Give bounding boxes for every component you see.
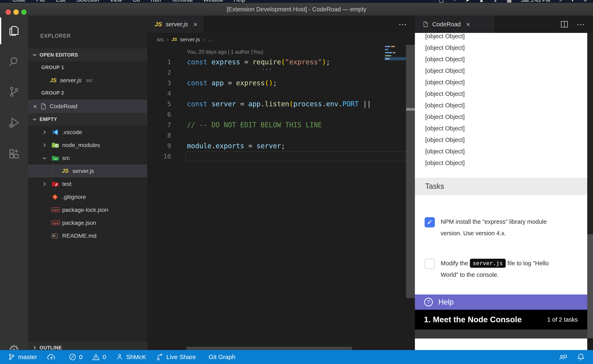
tree-item[interactable]: .gitignore bbox=[28, 190, 147, 203]
tree-item[interactable]: npm package.json bbox=[28, 216, 147, 229]
code-line: 7 // -- DO NOT EDIT BELOW THIS LINE bbox=[147, 120, 415, 130]
explorer-icon[interactable] bbox=[0, 19, 28, 43]
close-icon[interactable]: × bbox=[193, 21, 197, 28]
code-line: 3 const app = express(); bbox=[147, 78, 415, 88]
open-editor-coderoad[interactable]: × CodeRoad bbox=[28, 99, 147, 113]
window-title: [Extension Development Host] - CodeRoad … bbox=[0, 3, 593, 16]
coderoad-webview: [object Object][object Object][object Ob… bbox=[415, 33, 587, 350]
task-text: NPM install the "express" library module… bbox=[441, 216, 547, 239]
person-icon bbox=[116, 353, 123, 361]
open-editors-header[interactable]: OPEN EDITORS bbox=[28, 49, 147, 61]
status-item-label: 0 bbox=[79, 353, 83, 360]
editor-group: JS server.js × ⋯ src › JS server.js › … … bbox=[147, 16, 415, 350]
live-share-icon bbox=[156, 353, 163, 361]
live-share-contacts-icon[interactable] bbox=[558, 353, 567, 361]
run-debug-icon[interactable] bbox=[0, 110, 28, 135]
status-item-label: Git Graph bbox=[209, 353, 235, 360]
lesson-title: 1. Meet the Node Console bbox=[424, 315, 522, 324]
tree-item[interactable]: test bbox=[28, 177, 147, 190]
markdown-icon: M↓ bbox=[52, 234, 62, 238]
file-name: .vscode bbox=[62, 129, 82, 136]
tab-coderoad[interactable]: CodeRoad × bbox=[415, 16, 495, 33]
task-checkbox[interactable] bbox=[425, 217, 435, 228]
tab-title: server.js bbox=[166, 21, 188, 28]
menu-item-terminal[interactable]: Terminal bbox=[172, 0, 193, 3]
breadcrumb: src › JS server.js › … bbox=[157, 33, 213, 46]
file-name: README.md bbox=[62, 233, 96, 239]
tree-item[interactable]: .vscode bbox=[28, 126, 147, 139]
scrollbar-thumb[interactable] bbox=[406, 108, 415, 111]
more-actions-icon[interactable]: ⋯ bbox=[577, 20, 585, 29]
tree-item[interactable]: npm package-lock.json bbox=[28, 203, 147, 216]
status-bar-item[interactable]: Live Share bbox=[151, 350, 201, 364]
status-item-label: master bbox=[18, 353, 37, 360]
search-icon[interactable] bbox=[0, 49, 28, 74]
panel-sash[interactable] bbox=[406, 45, 415, 298]
npm-icon: npm bbox=[52, 208, 62, 212]
scrollbar-thumb[interactable] bbox=[587, 234, 593, 338]
status-bar-right bbox=[558, 353, 585, 361]
status-bar-item[interactable]: Git Graph bbox=[201, 350, 240, 364]
menu-item-window[interactable]: Window bbox=[203, 0, 223, 3]
status-bar-item[interactable]: 0 bbox=[64, 350, 87, 364]
minimap[interactable] bbox=[385, 45, 406, 60]
breadcrumb-file[interactable]: server.js bbox=[180, 36, 200, 43]
help-accordion[interactable]: ? Help bbox=[415, 294, 587, 310]
line-number: 4 bbox=[147, 88, 171, 99]
extensions-icon[interactable] bbox=[0, 142, 28, 166]
open-editor-server-js[interactable]: JS server.js src bbox=[28, 74, 147, 87]
notifications-bell-icon[interactable] bbox=[577, 353, 585, 361]
npm-icon: npm bbox=[52, 221, 62, 225]
tree-item[interactable]: M↓ README.md bbox=[28, 229, 147, 242]
vscode-folder-icon bbox=[52, 129, 62, 136]
breadcrumb-more[interactable]: … bbox=[207, 36, 213, 43]
outline-label: OUTLINE bbox=[40, 345, 62, 350]
status-bar-item[interactable]: ShMcK bbox=[111, 350, 151, 364]
status-bar-item[interactable]: master bbox=[3, 350, 42, 364]
menu-item-file[interactable]: File bbox=[36, 0, 46, 3]
js-file-icon: JS bbox=[172, 37, 177, 42]
source-control-icon[interactable] bbox=[0, 79, 28, 104]
task-text: Modify theserver.jsfile to log "Hello Wo… bbox=[441, 258, 549, 280]
menu-item-view[interactable]: View bbox=[110, 0, 122, 3]
status-bar-item[interactable] bbox=[42, 350, 64, 364]
open-editor-folder-suffix: src bbox=[86, 78, 93, 83]
status-bar-left: master 0 0 ShMcK Live Share bbox=[3, 350, 240, 364]
tree-item[interactable]: JS node_modules bbox=[28, 139, 147, 152]
close-icon[interactable]: × bbox=[33, 103, 37, 109]
menu-item-go[interactable]: Go bbox=[133, 0, 140, 3]
split-editor-icon[interactable] bbox=[560, 20, 568, 28]
macos-menu-bar: Code File Edit Selection View Go Run Ter… bbox=[0, 0, 593, 3]
tab-server-js[interactable]: JS server.js × bbox=[147, 16, 204, 33]
open-editors-label: OPEN EDITORS bbox=[40, 52, 78, 58]
outline-section-header[interactable]: OUTLINE bbox=[28, 341, 147, 350]
tab-title: CodeRoad bbox=[432, 21, 461, 28]
task-checkbox[interactable] bbox=[425, 259, 435, 269]
menu-item-help[interactable]: Help bbox=[234, 0, 245, 3]
line-content: module.exports = server; bbox=[187, 141, 285, 151]
close-icon[interactable]: × bbox=[466, 21, 470, 28]
webview-scrollbar[interactable] bbox=[587, 33, 593, 338]
tree-item[interactable]: </> src bbox=[28, 152, 147, 164]
lesson-header[interactable]: 1. Meet the Node Console 1 of 2 tasks bbox=[415, 310, 587, 329]
codelens-annotation[interactable]: You, 20 days ago | 1 author (You) bbox=[187, 47, 263, 57]
chevron-right-icon bbox=[42, 129, 52, 135]
menu-item-edit[interactable]: Edit bbox=[56, 0, 66, 3]
description-line: [object Object] bbox=[425, 42, 582, 53]
line-number: 2 bbox=[147, 67, 171, 78]
cloud-upload-icon bbox=[47, 353, 56, 361]
folder-section-header[interactable]: EMPTY bbox=[28, 113, 147, 126]
menu-item-selection[interactable]: Selection bbox=[76, 0, 99, 3]
tree-item[interactable]: JS server.js bbox=[28, 164, 147, 177]
description-line: [object Object] bbox=[425, 77, 582, 88]
more-actions-icon[interactable]: ⋯ bbox=[398, 20, 407, 29]
menu-item-code[interactable]: Code bbox=[12, 0, 26, 3]
line-number: 8 bbox=[147, 130, 171, 141]
code-editor[interactable]: 1 const express = require("express"); 2 … bbox=[147, 57, 415, 162]
status-item-label: ShMcK bbox=[126, 353, 146, 360]
status-bar-item[interactable]: 0 bbox=[87, 350, 111, 364]
description-line: [object Object] bbox=[425, 111, 582, 123]
line-content: // -- DO NOT EDIT BELOW THIS LINE bbox=[187, 120, 322, 130]
breadcrumb-folder[interactable]: src bbox=[157, 36, 164, 43]
menu-item-run[interactable]: Run bbox=[151, 0, 161, 3]
